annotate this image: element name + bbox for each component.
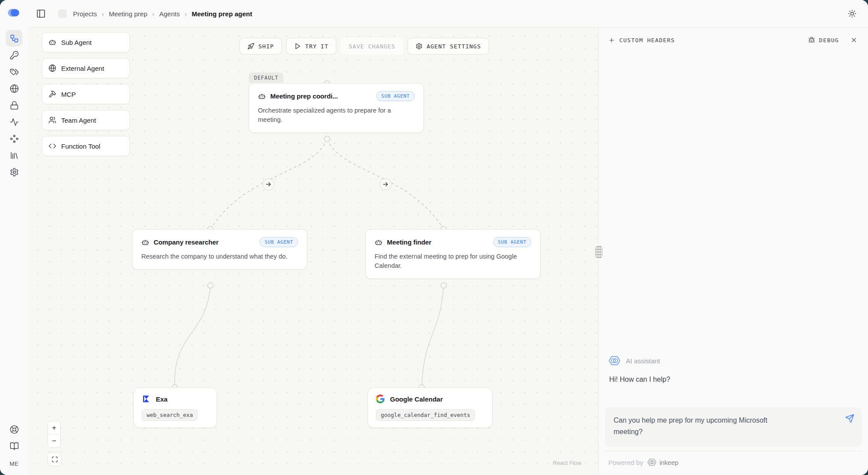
debug-button[interactable]: DEBUG xyxy=(808,37,839,44)
powered-by-inkeep[interactable]: Powered by inkeep xyxy=(605,451,862,475)
node-title: Meeting prep coordi... xyxy=(270,92,338,100)
palette-item-label: Function Tool xyxy=(61,142,100,150)
inkeep-logo-icon[interactable] xyxy=(7,7,22,18)
ship-button-label: SHIP xyxy=(258,43,274,50)
rail-item-library[interactable] xyxy=(6,147,22,164)
life-buoy-icon xyxy=(10,425,19,434)
palette-item-team-agent[interactable]: Team Agent xyxy=(42,110,130,130)
fit-view-button[interactable] xyxy=(48,452,62,466)
theme-sun-icon[interactable] xyxy=(848,9,857,18)
breadcrumb: Projects › Meeting prep › Agents › Meeti… xyxy=(73,10,252,18)
agent-settings-button[interactable]: AGENT SETTINGS xyxy=(408,38,489,55)
composer-text[interactable]: Can you help me prep for my upcoming Mic… xyxy=(614,415,790,438)
agent-settings-button-label: AGENT SETTINGS xyxy=(427,43,481,50)
hammer-icon xyxy=(48,90,56,98)
rail-item-docs[interactable] xyxy=(6,438,22,454)
custom-headers-label: CUSTOM HEADERS xyxy=(619,37,675,44)
chat-composer[interactable]: Can you help me prep for my upcoming Mic… xyxy=(605,407,862,447)
tool-chip: google_calendar_find_events xyxy=(376,409,475,421)
assistant-message: Hi! How can I help? xyxy=(609,376,862,384)
rail-item-security[interactable] xyxy=(6,97,22,113)
brand-name: inkeep xyxy=(659,459,678,466)
components-icon xyxy=(10,134,19,143)
exa-logo-icon xyxy=(142,395,151,403)
palette-item-label: MCP xyxy=(61,91,76,98)
rail-item-credentials[interactable] xyxy=(6,63,22,80)
breadcrumb-separator: › xyxy=(102,10,104,18)
panel-toggle-icon[interactable] xyxy=(36,9,46,18)
try-it-button[interactable]: TRY IT xyxy=(286,38,336,55)
debug-label: DEBUG xyxy=(819,37,839,44)
globe-icon xyxy=(10,84,19,93)
rail-item-components[interactable] xyxy=(6,130,22,147)
breadcrumb-projects[interactable]: Projects xyxy=(73,10,97,18)
breadcrumb-current-page: Meeting prep agent xyxy=(191,10,252,18)
assistant-label: AI assistant xyxy=(626,357,660,365)
code-icon xyxy=(48,142,56,150)
book-open-icon xyxy=(10,442,19,451)
main-column: Projects › Meeting prep › Agents › Meeti… xyxy=(28,0,868,475)
palette-item-mcp[interactable]: MCP xyxy=(42,84,130,104)
sub-agent-badge: SUB AGENT xyxy=(260,237,298,247)
rail-item-api-keys[interactable] xyxy=(6,47,22,63)
zoom-out-button[interactable]: − xyxy=(48,434,60,447)
node-exa-tool[interactable]: Exa web_search_exa xyxy=(133,387,217,428)
zoom-in-button[interactable]: + xyxy=(48,421,60,434)
gear-icon xyxy=(10,168,19,177)
library-icon xyxy=(10,151,19,160)
bug-icon xyxy=(808,37,815,44)
rail-item-help[interactable] xyxy=(6,421,22,438)
users-icon xyxy=(48,116,56,124)
try-it-button-label: TRY IT xyxy=(305,43,328,50)
default-agent-tag: DEFAULT xyxy=(249,73,283,83)
save-changes-button-label: SAVE CHANGES xyxy=(349,43,395,50)
content-row: Sub Agent External Agent MCP Team Agent xyxy=(28,28,868,475)
flow-toolbar: SHIP TRY IT SAVE CHANGES AGENT SETTINGS xyxy=(239,38,489,55)
sub-agent-badge: SUB AGENT xyxy=(376,91,415,101)
breadcrumb-agents[interactable]: Agents xyxy=(159,10,180,18)
node-meeting-finder[interactable]: Meeting finder SUB AGENT Find the extern… xyxy=(365,229,541,279)
panel-resize-handle[interactable] xyxy=(595,246,603,258)
palette-item-function-tool[interactable]: Function Tool xyxy=(42,136,130,156)
powered-by-label: Powered by xyxy=(608,459,643,466)
assistant-header: AI assistant xyxy=(609,355,862,366)
key-icon xyxy=(10,51,19,60)
save-changes-button[interactable]: SAVE CHANGES xyxy=(341,38,403,55)
rail-item-external-agents[interactable] xyxy=(6,80,22,97)
node-title: Exa xyxy=(156,395,168,403)
edge-arrow-marker xyxy=(380,179,391,190)
bot-icon xyxy=(258,92,266,100)
node-meeting-prep-coordinator[interactable]: Meeting prep coordi... SUB AGENT Orchest… xyxy=(249,83,424,133)
google-logo-icon xyxy=(376,395,385,403)
panel-header: CUSTOM HEADERS DEBUG xyxy=(599,28,868,48)
bot-icon xyxy=(48,38,56,46)
node-company-researcher[interactable]: Company researcher SUB AGENT Research th… xyxy=(132,229,307,270)
palette-item-sub-agent[interactable]: Sub Agent xyxy=(42,32,130,52)
bot-icon xyxy=(141,238,149,246)
breadcrumb-project-name[interactable]: Meeting prep xyxy=(109,10,147,18)
palette-item-external-agent[interactable]: External Agent xyxy=(42,58,130,78)
custom-headers-button[interactable]: CUSTOM HEADERS xyxy=(608,37,675,44)
node-description: Research the company to understand what … xyxy=(141,252,298,261)
send-icon[interactable] xyxy=(845,414,854,423)
node-google-calendar-tool[interactable]: Google Calendar google_calendar_find_eve… xyxy=(368,387,493,428)
breadcrumb-separator: › xyxy=(152,10,154,18)
rail-item-settings[interactable] xyxy=(6,164,22,180)
app-window: ME Projects › Meeting prep › Agents › Me… xyxy=(0,0,868,475)
node-description: Orchestrate specialized agents to prepar… xyxy=(258,106,415,124)
rail-item-activity[interactable] xyxy=(6,113,22,130)
lock-icon xyxy=(10,101,19,110)
play-icon xyxy=(294,43,301,50)
node-title: Meeting finder xyxy=(387,238,431,246)
node-palette: Sub Agent External Agent MCP Team Agent xyxy=(42,32,130,162)
ship-button[interactable]: SHIP xyxy=(239,38,282,55)
react-flow-attribution[interactable]: React Flow xyxy=(553,460,581,466)
user-avatar[interactable]: ME xyxy=(10,460,19,467)
inkeep-mark-icon xyxy=(609,355,620,366)
edge-arrow-marker xyxy=(263,179,274,190)
rail-item-graphs[interactable] xyxy=(6,30,22,47)
flow-canvas[interactable]: Sub Agent External Agent MCP Team Agent xyxy=(28,28,598,475)
maximize-icon xyxy=(51,456,58,463)
tags-icon xyxy=(10,67,19,77)
close-icon[interactable] xyxy=(850,37,857,44)
